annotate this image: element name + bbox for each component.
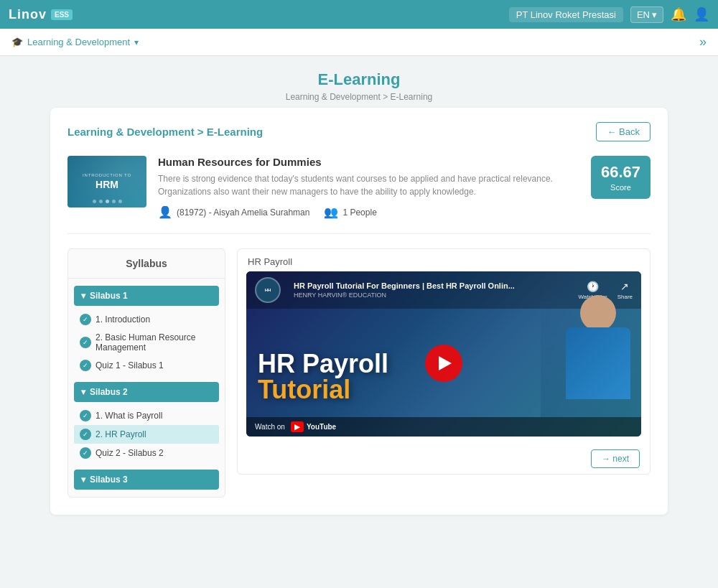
silabus-1-item-1[interactable]: ✓ 1. Introduction [74, 310, 219, 329]
breadcrumb-path: Learning & Development > E-Learning [0, 92, 718, 102]
check-icon-4: ✓ [80, 410, 91, 421]
youtube-thumbnail[interactable]: HH HR Payroll Tutorial For Beginners | B… [246, 271, 641, 437]
yt-big-text-line2: Tutorial [258, 377, 388, 403]
group-icon: 👥 [324, 205, 338, 219]
yt-main-content: HR Payroll Tutorial [246, 309, 641, 417]
card-header-row: Learning & Development > E-Learning ← Ba… [67, 122, 651, 141]
next-button[interactable]: → next [591, 449, 640, 468]
silabus-2-quiz[interactable]: ✓ Quiz 2 - Silabus 2 [74, 444, 219, 462]
check-icon-3: ✓ [80, 360, 91, 371]
employee-id-label: (81972) - Aisyah Amelia Surahman [177, 207, 309, 218]
person-icon: 👤 [158, 205, 172, 219]
silabus-3-header[interactable]: ▾ Silabus 3 [74, 470, 219, 490]
lang-label: EN [637, 9, 650, 20]
breadcrumb-text: Learning & Development > E-Learning [286, 92, 432, 102]
silabus-2-items: ✓ 1. What is Payroll ✓ 2. HR Payroll ✓ Q… [74, 406, 219, 462]
silabus-2-item-1-label: 1. What is Payroll [95, 411, 162, 421]
youtube-logo: ▶ YouTube [291, 421, 336, 432]
people-count: 👥 1 People [324, 205, 376, 219]
top-header: Linov ESS PT Linov Roket Prestasi EN ▾ 🔔… [0, 0, 718, 29]
video-label: HR Payroll [238, 249, 650, 271]
syllabus-body: ▾ Silabus 1 ✓ 1. Introduction ✓ 2. Basic… [68, 279, 225, 497]
syllabus-panel: Syllabus ▾ Silabus 1 ✓ 1. Introduction ✓… [67, 248, 225, 498]
lang-arrow-icon: ▾ [652, 9, 657, 20]
silabus-2-item-1[interactable]: ✓ 1. What is Payroll [74, 406, 219, 425]
silabus-2-item-2-label: 2. HR Payroll [95, 429, 146, 439]
person-head [580, 295, 616, 331]
employee-info: 👤 (81972) - Aisyah Amelia Surahman [158, 205, 309, 219]
video-nav: → next [238, 444, 650, 474]
check-icon-1: ✓ [80, 314, 91, 325]
course-meta: 👤 (81972) - Aisyah Amelia Surahman 👥 1 P… [158, 205, 579, 219]
course-name: Human Resources for Dummies [158, 156, 579, 168]
user-icon[interactable]: 👤 [694, 6, 709, 22]
logo-area: Linov ESS [9, 7, 73, 22]
video-panel: HR Payroll HH HR Payroll Tutorial For Be… [237, 248, 651, 475]
silabus-1-item-2-label: 2. Basic Human Resource Management [95, 332, 213, 353]
yt-big-text-line1: HR Payroll [258, 351, 388, 377]
nav-learning-development[interactable]: 🎓 Learning & Development ▾ [11, 37, 139, 47]
course-details: Human Resources for Dummies There is str… [158, 156, 579, 219]
back-button[interactable]: ← Back [596, 122, 651, 141]
graduation-icon: 🎓 [11, 37, 23, 47]
silabus-1-items: ✓ 1. Introduction ✓ 2. Basic Human Resou… [74, 310, 219, 375]
person-silhouette [555, 288, 641, 417]
chevron-down-icon-2: ▾ [81, 387, 85, 397]
logo-text: Linov [9, 7, 47, 22]
yt-channel-logo: HH [255, 277, 281, 303]
nav-item-label: Learning & Development [27, 37, 130, 47]
page-title-section: E-Learning Learning & Development > E-Le… [0, 56, 718, 108]
ess-badge: ESS [51, 9, 73, 20]
thumb-dots [67, 200, 146, 203]
check-icon-6: ✓ [80, 447, 91, 459]
youtube-icon: ▶ [291, 421, 304, 432]
yt-title-area: HR Payroll Tutorial For Beginners | Best… [294, 281, 515, 299]
silabus-1-quiz[interactable]: ✓ Quiz 1 - Silabus 1 [74, 356, 219, 375]
yt-footer: Watch on ▶ YouTube [246, 417, 641, 437]
bell-icon[interactable]: 🔔 [671, 6, 686, 22]
thumb-hrm-label: HRM [83, 179, 131, 190]
score-value: 66.67 [601, 163, 640, 182]
play-button[interactable] [425, 345, 462, 382]
thumb-intro-label: INTRODUCTION TO [83, 173, 131, 177]
course-description: There is strong evidence that today's st… [158, 172, 579, 198]
company-name: PT Linov Roket Prestasi [509, 7, 623, 22]
yt-main-text: HR Payroll Tutorial [258, 351, 388, 403]
youtube-text: YouTube [307, 423, 336, 431]
silabus-3-label: Silabus 3 [90, 475, 128, 485]
silabus-2-item-2[interactable]: ✓ 2. HR Payroll [74, 425, 219, 444]
watch-on-text: Watch on [255, 423, 285, 431]
lang-selector[interactable]: EN ▾ [630, 6, 663, 23]
score-label: Score [601, 183, 640, 192]
main-card: Learning & Development > E-Learning ← Ba… [50, 108, 668, 515]
content-row: Syllabus ▾ Silabus 1 ✓ 1. Introduction ✓… [67, 248, 651, 498]
video-container: HH HR Payroll Tutorial For Beginners | B… [246, 271, 641, 437]
silabus-1-quiz-label: Quiz 1 - Silabus 1 [95, 360, 164, 370]
silabus-1-item-1-label: 1. Introduction [95, 314, 150, 325]
person-body [566, 327, 630, 399]
nav-arrow-icon: ▾ [134, 37, 139, 47]
check-icon-5: ✓ [80, 429, 91, 440]
course-thumbnail: INTRODUCTION TO HRM [67, 156, 146, 207]
chevron-down-icon-3: ▾ [81, 475, 85, 485]
silabus-1-header[interactable]: ▾ Silabus 1 [74, 286, 219, 306]
silabus-2-label: Silabus 2 [90, 387, 128, 397]
sub-header: 🎓 Learning & Development ▾ » [0, 29, 718, 56]
card-heading: Learning & Development > E-Learning [67, 126, 263, 138]
silabus-2-quiz-label: Quiz 2 - Silabus 2 [95, 448, 164, 458]
course-info-row: INTRODUCTION TO HRM Human Resources for … [67, 156, 651, 234]
silabus-1-item-2[interactable]: ✓ 2. Basic Human Resource Management [74, 329, 219, 356]
page-title: E-Learning [0, 70, 718, 89]
nav-dots[interactable]: » [699, 34, 707, 50]
check-icon-2: ✓ [80, 337, 91, 348]
header-right: PT Linov Roket Prestasi EN ▾ 🔔 👤 [509, 6, 709, 23]
silabus-1-label: Silabus 1 [90, 291, 128, 301]
score-badge: 66.67 Score [591, 156, 651, 199]
chevron-down-icon-1: ▾ [81, 291, 85, 301]
people-count-label: 1 People [342, 207, 376, 218]
yt-person-image [541, 274, 641, 417]
silabus-2-header[interactable]: ▾ Silabus 2 [74, 382, 219, 402]
syllabus-title: Syllabus [68, 249, 225, 279]
yt-video-title: HR Payroll Tutorial For Beginners | Best… [294, 281, 515, 290]
yt-logo-area: HH HR Payroll Tutorial For Beginners | B… [255, 277, 522, 303]
